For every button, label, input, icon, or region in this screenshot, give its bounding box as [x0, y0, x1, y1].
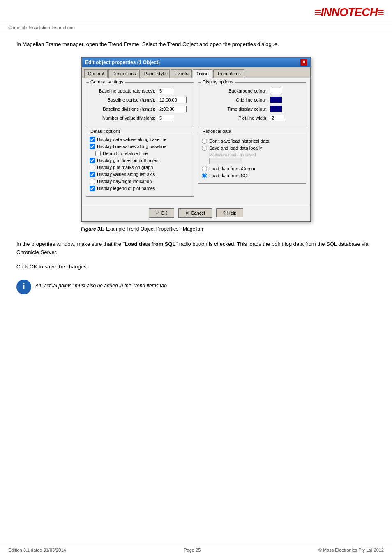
max-readings-input [209, 158, 242, 164]
radio-save-locally: Save and load data locally [202, 146, 302, 151]
ok-button[interactable]: ✓ OK [149, 208, 175, 218]
page-footer: Edition 3.1 dated 31/03/2014 Page 25 © M… [0, 545, 392, 555]
grid-colour-swatch[interactable] [270, 97, 282, 103]
info-icon: i [16, 280, 31, 294]
radio-load-sql-label: Load data from SQL [209, 173, 250, 178]
general-settings-title: General settings [89, 79, 125, 84]
breadcrumb: Chronicle Installation Instructions [0, 23, 392, 32]
radio-save-locally-label: Save and load data locally [209, 146, 262, 150]
default-options-group: Default options Display date values alon… [86, 132, 194, 197]
check-values-left-label: Display values along left axis [97, 172, 155, 177]
general-settings-group: General settings Baseline update rate (s… [86, 82, 194, 127]
check-grid-lines-input[interactable] [90, 158, 95, 163]
check-values-left: Display values along left axis [90, 172, 190, 177]
check-display-date-label: Display date values along baseline [97, 137, 166, 142]
baseline-period-label: Baseline period (h:m:s): [90, 97, 155, 102]
radio-load-icomm: Load data from iComm [202, 166, 302, 171]
plot-line-width-label: Plot line width: [202, 116, 267, 120]
time-display-colour-swatch[interactable] [270, 106, 282, 112]
baseline-period-row: Baseline period (h:m:s): [90, 97, 190, 103]
check-display-time-input[interactable] [90, 144, 95, 149]
breadcrumb-text: Chronicle Installation Instructions [8, 25, 74, 30]
logo: ≡INNOTECH≡ [314, 4, 384, 21]
plot-line-width-input[interactable] [270, 115, 284, 121]
historical-data-title: Historical data [201, 129, 233, 134]
historical-data-group: Historical data Don't save/load historic… [198, 132, 306, 184]
help-button[interactable]: ? Help [216, 208, 244, 217]
time-display-colour-row: Time display colour: [202, 106, 302, 112]
emphasis-sql: Load data from SQL [125, 241, 175, 247]
check-grid-lines-label: Display grid lines on both axes [97, 158, 158, 163]
check-day-night-input[interactable] [90, 179, 95, 184]
dialog-title-bar: Edit object properties (1 Object) ✕ [82, 58, 310, 67]
grid-colour-label: Grid line colour: [202, 97, 267, 102]
value-divisions-label: Number of value divisions: [90, 116, 155, 120]
radio-save-locally-input[interactable] [202, 146, 207, 151]
radio-load-sql-input[interactable] [202, 173, 207, 178]
dialog-body: General settings Baseline update rate (s… [82, 78, 310, 205]
cancel-x-icon: ✕ [185, 210, 189, 216]
tab-events[interactable]: Events [171, 69, 192, 78]
footer-page: Page 25 [184, 548, 201, 553]
baseline-divisions-input[interactable] [158, 106, 187, 112]
radio-load-icomm-label: Load data from iComm [209, 166, 255, 171]
dialog-left-column: General settings Baseline update rate (s… [86, 82, 194, 201]
tab-trend-items[interactable]: Trend items [213, 69, 244, 78]
radio-dont-save-input[interactable] [202, 139, 207, 144]
help-q-icon: ? [223, 210, 226, 215]
footer-edition: Edition 3.1 dated 31/03/2014 [8, 548, 66, 553]
check-values-left-input[interactable] [90, 172, 95, 177]
check-plot-marks-input[interactable] [90, 165, 95, 170]
check-plot-marks: Display plot marks on graph [90, 165, 190, 170]
figure-label: Figure 31: [81, 226, 104, 232]
tab-general[interactable]: General [84, 69, 108, 78]
dialog-title: Edit object properties (1 Object) [85, 60, 160, 65]
check-default-relative-input[interactable] [95, 151, 101, 156]
radio-load-sql: Load data from SQL [202, 173, 302, 178]
baseline-divisions-row: Baseline divisions (h:m:s): [90, 106, 190, 112]
check-legend-input[interactable] [90, 186, 95, 191]
tab-dimensions[interactable]: Dimensions [108, 69, 139, 78]
check-day-night: Display day/night indication [90, 179, 190, 184]
check-display-date-input[interactable] [90, 137, 95, 142]
dialog-tabs: General Dimensions Panel style Events Tr… [82, 67, 310, 78]
check-display-date: Display date values along baseline [90, 137, 190, 142]
baseline-update-row: Baseline update rate (secs): [90, 88, 190, 94]
check-default-relative: Default to relative time [95, 151, 190, 156]
radio-dont-save: Don't save/load historical data [202, 139, 302, 144]
footer-copyright: © Mass Electronics Pty Ltd 2012 [318, 548, 384, 553]
logo-text: ≡INNOTECH≡ [314, 6, 384, 19]
figure-caption: Figure 31: Example Trend Object Properti… [81, 226, 311, 232]
main-content: In Magellan Frame manager, open the Tren… [0, 32, 392, 303]
logo-arrow-left: ≡ [314, 6, 321, 18]
display-options-group: Display options Background colour: Grid … [198, 82, 306, 127]
background-colour-label: Background colour: [202, 88, 267, 93]
check-legend: Display legend of plot names [90, 186, 190, 191]
ok-label: OK [161, 210, 168, 215]
help-label: Help [227, 210, 237, 215]
tab-trend[interactable]: Trend [193, 69, 212, 78]
baseline-period-input[interactable] [158, 97, 187, 103]
check-default-relative-label: Default to relative time [103, 151, 148, 156]
radio-dont-save-label: Don't save/load historical data [209, 139, 269, 143]
value-divisions-input[interactable] [158, 115, 174, 121]
cancel-button[interactable]: ✕ Cancel [178, 208, 212, 218]
default-options-title: Default options [89, 129, 122, 134]
ok-check-icon: ✓ [156, 210, 159, 216]
dialog-close-button[interactable]: ✕ [300, 59, 307, 66]
grid-colour-row: Grid line colour: [202, 97, 302, 103]
baseline-update-input[interactable] [158, 88, 174, 94]
check-display-time-label: Display time values along baseline [97, 144, 166, 149]
cancel-label: Cancel [191, 210, 205, 215]
info-box: i All "actual points" must also be added… [16, 280, 376, 294]
background-colour-row: Background colour: [202, 88, 302, 94]
background-colour-swatch[interactable] [270, 88, 282, 94]
info-text: All "actual points" must also be added i… [35, 280, 168, 289]
check-legend-label: Display legend of plot names [97, 186, 155, 191]
body-para-2: Click OK to save the changes. [16, 263, 376, 271]
radio-load-icomm-input[interactable] [202, 166, 207, 171]
plot-line-width-row: Plot line width: [202, 115, 302, 121]
check-display-time: Display time values along baseline [90, 144, 190, 149]
tab-panel-style[interactable]: Panel style [141, 69, 170, 78]
dialog-footer: ✓ OK ✕ Cancel ? Help [82, 205, 310, 221]
